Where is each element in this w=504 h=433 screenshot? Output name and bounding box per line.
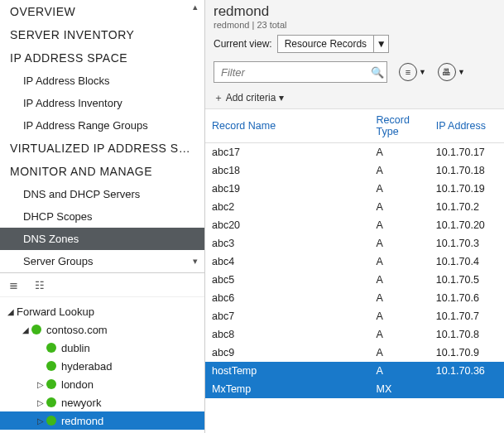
cell-record-type: A [370, 198, 430, 216]
filter-input[interactable] [214, 66, 367, 79]
cell-record-type: A [370, 344, 430, 362]
cell-record-name: abc2 [205, 198, 370, 216]
add-criteria-button[interactable]: ＋ Add criteria ▾ [205, 88, 504, 108]
tree-zone[interactable]: ▷newyork [0, 393, 204, 411]
cell-record-type: A [370, 234, 430, 253]
expand-icon[interactable]: ▷ [35, 380, 46, 389]
cell-ip-address: 10.1.70.36 [430, 362, 504, 380]
cell-record-type: A [370, 307, 430, 325]
cell-record-type: A [370, 325, 430, 344]
nav-item[interactable]: IP ADDRESS SPACE [0, 46, 204, 70]
table-row[interactable]: abc5A10.1.70.5 [205, 271, 504, 289]
table-row[interactable]: abc3A10.1.70.3 [205, 234, 504, 253]
nav-item[interactable]: VIRTUALIZED IP ADDRESS SPA... [0, 137, 204, 160]
chevron-down-icon[interactable]: ▼ [458, 68, 465, 76]
view-mode-list-icon[interactable]: ≣ [7, 278, 20, 291]
cell-ip-address: 10.1.70.9 [430, 344, 504, 362]
nav-item[interactable]: IP Address Inventory [0, 92, 204, 114]
status-dot-icon [46, 397, 56, 407]
nav-item[interactable]: Server Groups [0, 250, 204, 272]
tree-zone[interactable]: ▷redmond [0, 411, 204, 430]
nav-item[interactable]: DNS Zones [0, 228, 204, 250]
table-row[interactable]: hostTempA10.1.70.36 [205, 362, 504, 380]
cell-record-name: abc7 [205, 307, 370, 325]
page-subtitle: redmond | 23 total [214, 20, 496, 30]
nav-item[interactable]: DNS and DHCP Servers [0, 183, 204, 205]
cell-record-name: abc20 [205, 216, 370, 234]
cell-record-name: abc5 [205, 271, 370, 289]
cell-record-type: A [370, 289, 430, 307]
table-row[interactable]: abc9A10.1.70.9 [205, 344, 504, 362]
cell-record-type: A [370, 143, 430, 162]
nav-item[interactable]: MONITOR AND MANAGE [0, 160, 204, 183]
table-row[interactable]: abc2A10.1.70.2 [205, 198, 504, 216]
table-row[interactable]: MxTempMX [205, 380, 504, 398]
save-button[interactable]: 🖶 ▼ [438, 63, 465, 81]
current-view-dropdown[interactable]: Resource Records ▼ [277, 35, 389, 53]
table-row[interactable]: abc20A10.1.70.20 [205, 216, 504, 234]
cell-ip-address: 10.1.70.20 [430, 216, 504, 234]
filter-box[interactable]: 🔍 [214, 61, 387, 83]
tree-zone[interactable]: dublin [0, 339, 204, 357]
view-mode-tree-icon[interactable]: ☷ [33, 278, 46, 291]
nav-scroll-down[interactable]: ▾ [188, 256, 203, 271]
table-row[interactable]: abc7A10.1.70.7 [205, 307, 504, 325]
nav-item[interactable]: DHCP Scopes [0, 205, 204, 228]
cell-ip-address: 10.1.70.7 [430, 307, 504, 325]
tree-root[interactable]: ◢ Forward Lookup [0, 302, 204, 320]
cell-record-name: abc3 [205, 234, 370, 253]
add-criteria-label: Add criteria [226, 92, 276, 103]
tree-zone-label: newyork [61, 397, 101, 409]
expand-icon[interactable]: ▷ [35, 416, 46, 426]
table-row[interactable]: abc17A10.1.70.17 [205, 143, 504, 162]
table-row[interactable]: abc4A10.1.70.4 [205, 253, 504, 271]
cell-record-name: abc17 [205, 143, 370, 162]
tree-domain[interactable]: ◢ contoso.com [0, 320, 204, 339]
tree-zone[interactable]: hyderabad [0, 357, 204, 375]
list-options-icon: ≡ [399, 63, 417, 81]
status-dot-icon [46, 361, 56, 371]
cell-record-name: abc8 [205, 325, 370, 344]
cell-record-type: A [370, 216, 430, 234]
nav-item[interactable]: SERVER INVENTORY [0, 23, 204, 46]
cell-ip-address: 10.1.70.8 [430, 325, 504, 344]
cell-record-type: A [370, 253, 430, 271]
col-ip-address[interactable]: IP Address [430, 109, 504, 143]
cell-record-type: A [370, 161, 430, 180]
table-row[interactable]: abc18A10.1.70.18 [205, 161, 504, 180]
cell-ip-address [430, 380, 504, 398]
col-record-type[interactable]: Record Type [370, 109, 430, 143]
search-icon[interactable]: 🔍 [367, 66, 386, 79]
cell-ip-address: 10.1.70.18 [430, 161, 504, 180]
table-row[interactable]: abc19A10.1.70.19 [205, 180, 504, 198]
table-row[interactable]: abc6A10.1.70.6 [205, 289, 504, 307]
cell-ip-address: 10.1.70.2 [430, 198, 504, 216]
tree-zone-label: redmond [61, 415, 103, 427]
expand-icon[interactable]: ◢ [5, 307, 17, 316]
expand-icon[interactable]: ◢ [20, 325, 31, 334]
status-dot-icon [31, 325, 41, 334]
chevron-down-icon[interactable]: ▼ [419, 68, 426, 76]
col-record-name[interactable]: Record Name [205, 109, 370, 143]
tree-zone[interactable]: ▷london [0, 375, 204, 393]
cell-record-type: A [370, 362, 430, 380]
nav-item[interactable]: IP Address Range Groups [0, 114, 204, 137]
cell-ip-address: 10.1.70.5 [430, 271, 504, 289]
nav-item[interactable]: OVERVIEW [0, 0, 204, 23]
table-row[interactable]: abc8A10.1.70.8 [205, 325, 504, 344]
tree-root-label: Forward Lookup [17, 306, 94, 318]
status-dot-icon [46, 343, 56, 353]
nav-scroll-up[interactable]: ▴ [188, 2, 203, 17]
cell-record-name: abc6 [205, 289, 370, 307]
chevron-down-icon[interactable]: ▼ [373, 35, 388, 53]
cell-record-name: MxTemp [205, 380, 370, 398]
records-table: Record Name Record Type IP Address abc17… [205, 108, 504, 433]
options-button[interactable]: ≡ ▼ [399, 63, 426, 81]
tree-zone-label: dublin [61, 342, 90, 354]
cell-ip-address: 10.1.70.6 [430, 289, 504, 307]
nav-item[interactable]: IP Address Blocks [0, 70, 204, 92]
cell-record-type: A [370, 271, 430, 289]
expand-icon[interactable]: ▷ [35, 398, 46, 407]
cell-record-type: A [370, 180, 430, 198]
cell-record-name: abc4 [205, 253, 370, 271]
